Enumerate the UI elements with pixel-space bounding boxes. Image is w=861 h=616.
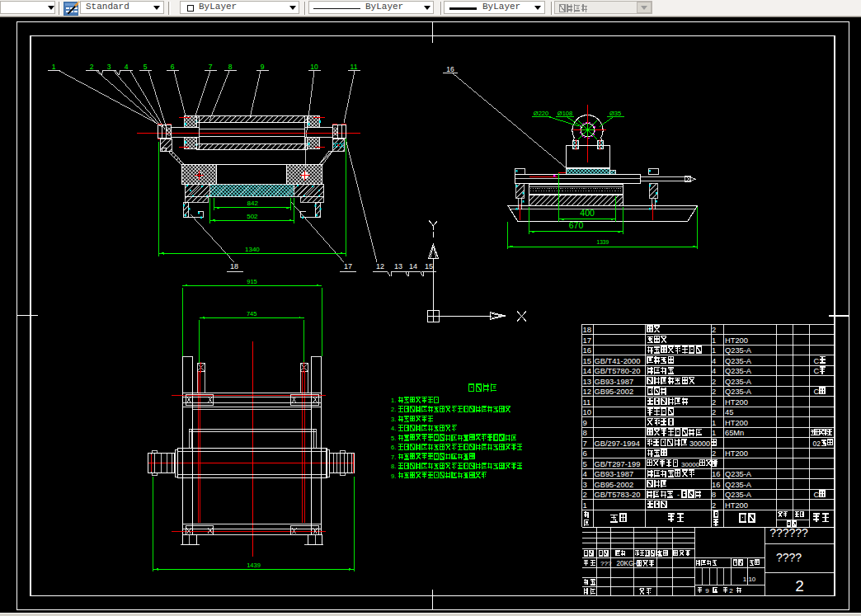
- svg-text:2: 2: [712, 501, 716, 510]
- svg-text:GB95-2002: GB95-2002: [595, 388, 634, 396]
- svg-text:745: 745: [247, 310, 257, 317]
- svg-text:13: 13: [583, 377, 592, 386]
- svg-text:17: 17: [344, 262, 352, 270]
- svg-text:HT200: HT200: [725, 501, 748, 510]
- svg-text:14: 14: [583, 366, 592, 375]
- svg-text:2: 2: [795, 577, 804, 595]
- svg-text:9: 9: [705, 587, 709, 595]
- svg-text:1: 1: [712, 429, 716, 437]
- svg-text:Q235-A: Q235-A: [725, 491, 752, 499]
- svg-text:Ø108: Ø108: [558, 110, 572, 117]
- svg-text:??????: ??????: [769, 526, 808, 539]
- svg-text:15: 15: [583, 356, 592, 365]
- svg-text:Q235-A: Q235-A: [725, 481, 752, 489]
- svg-text:18: 18: [230, 262, 238, 270]
- svg-text:5: 5: [583, 459, 587, 468]
- svg-text:7: 7: [583, 439, 587, 448]
- svg-text:02: 02: [813, 440, 821, 448]
- svg-text:Ø220: Ø220: [534, 110, 548, 117]
- svg-text:842: 842: [247, 200, 259, 207]
- svg-text:6.: 6.: [391, 444, 396, 451]
- svg-text:8: 8: [712, 491, 716, 499]
- svg-text:2: 2: [729, 587, 733, 595]
- svg-text:16: 16: [583, 346, 592, 355]
- svg-text:1: 1: [52, 63, 56, 71]
- svg-text:Q235-A: Q235-A: [725, 378, 752, 386]
- svg-text:Q235-A: Q235-A: [725, 388, 752, 396]
- svg-text:1: 1: [712, 346, 716, 355]
- svg-text:6: 6: [583, 449, 587, 458]
- svg-text:Q235-A: Q235-A: [725, 470, 752, 478]
- svg-text:670: 670: [569, 220, 584, 230]
- svg-text:9.: 9.: [391, 473, 396, 480]
- svg-text:2: 2: [712, 388, 716, 396]
- svg-text:???: ???: [600, 560, 612, 567]
- svg-text:Q235-A: Q235-A: [725, 357, 752, 365]
- svg-text:2: 2: [712, 408, 716, 416]
- svg-text:8: 8: [228, 63, 233, 71]
- svg-text:HT200: HT200: [725, 449, 748, 458]
- svg-text:12: 12: [376, 262, 384, 270]
- svg-text:2: 2: [712, 326, 716, 334]
- svg-text:10: 10: [583, 407, 592, 416]
- svg-text:C: C: [814, 357, 820, 365]
- svg-text:18: 18: [583, 325, 592, 334]
- svg-text:30000: 30000: [681, 461, 700, 468]
- svg-text:HT200: HT200: [725, 336, 748, 345]
- svg-text:915: 915: [247, 278, 257, 285]
- svg-text:45: 45: [725, 408, 733, 416]
- svg-text:17: 17: [583, 336, 592, 345]
- svg-text:400: 400: [580, 208, 595, 218]
- svg-text:1439: 1439: [247, 562, 261, 569]
- svg-text:8.: 8.: [391, 463, 396, 470]
- svg-text:3: 3: [107, 63, 111, 71]
- svg-text:GB/297-1994: GB/297-1994: [595, 440, 640, 448]
- svg-text:GB93-1987: GB93-1987: [595, 378, 634, 386]
- svg-text:2: 2: [583, 490, 587, 499]
- svg-text:Ø35: Ø35: [609, 110, 621, 117]
- svg-text:9: 9: [261, 63, 265, 71]
- svg-text:2: 2: [712, 398, 716, 407]
- svg-text:C: C: [814, 491, 820, 499]
- svg-text:30000: 30000: [689, 440, 710, 448]
- svg-text:1: 1: [583, 501, 587, 510]
- svg-text:1:10: 1:10: [743, 576, 756, 583]
- svg-text:GB/T297-199: GB/T297-199: [595, 460, 641, 468]
- svg-text:9: 9: [583, 418, 587, 427]
- svg-text:14: 14: [409, 262, 417, 270]
- svg-text:15: 15: [425, 262, 433, 270]
- svg-text:4: 4: [583, 469, 587, 478]
- svg-text:12: 12: [583, 387, 592, 396]
- svg-text:-: -: [677, 491, 680, 499]
- svg-text:16: 16: [446, 65, 454, 73]
- svg-text:1339: 1339: [597, 239, 609, 245]
- svg-text:3.: 3.: [391, 416, 396, 423]
- svg-text:GB/T41-2000: GB/T41-2000: [595, 357, 641, 365]
- svg-text:502: 502: [247, 213, 258, 220]
- svg-text:4: 4: [712, 357, 716, 365]
- svg-text:1340: 1340: [245, 246, 260, 253]
- svg-text:11: 11: [583, 397, 591, 407]
- svg-text:7.: 7.: [391, 454, 396, 461]
- svg-text:C: C: [814, 388, 820, 396]
- svg-text:16: 16: [712, 470, 720, 478]
- svg-text:7: 7: [209, 63, 213, 71]
- svg-text:16: 16: [712, 481, 720, 489]
- svg-text:11: 11: [351, 63, 358, 71]
- svg-text:5.: 5.: [391, 435, 396, 442]
- svg-text:Q235-A: Q235-A: [725, 346, 752, 355]
- svg-text:GB/T5783-20: GB/T5783-20: [595, 491, 641, 499]
- svg-text:1.: 1.: [391, 397, 396, 404]
- svg-text:HT200: HT200: [725, 419, 748, 427]
- svg-text:GB93-1987: GB93-1987: [595, 470, 634, 478]
- svg-text:3: 3: [583, 480, 587, 489]
- svg-text:10: 10: [310, 63, 318, 71]
- svg-text:GB/T5780-20: GB/T5780-20: [595, 367, 641, 375]
- svg-text:1: 1: [712, 336, 716, 345]
- svg-text:Q235-A: Q235-A: [725, 367, 752, 375]
- svg-text:2.: 2.: [391, 406, 396, 413]
- svg-text:13: 13: [394, 262, 402, 270]
- svg-text:4: 4: [712, 367, 716, 375]
- svg-text:GB95-2002: GB95-2002: [595, 481, 634, 489]
- svg-text:5: 5: [144, 63, 148, 71]
